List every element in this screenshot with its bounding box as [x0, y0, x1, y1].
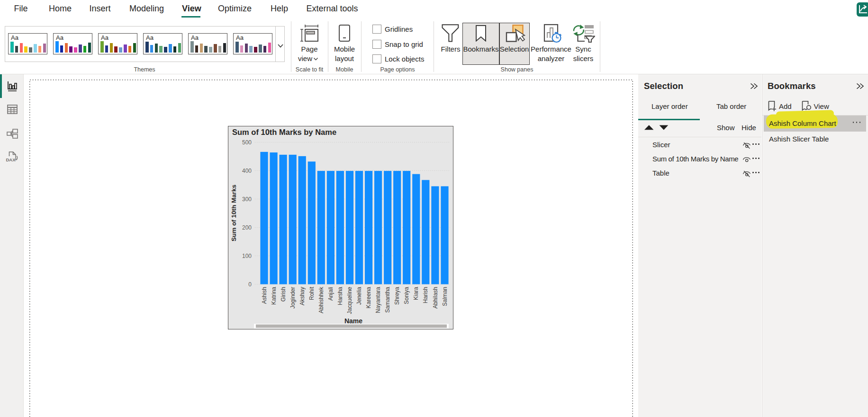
svg-text:Anjali: Anjali [327, 287, 334, 301]
svg-text:Salman: Salman [442, 287, 448, 306]
svg-text:DAX: DAX [6, 157, 16, 162]
svg-text:400: 400 [242, 168, 252, 174]
svg-text:500: 500 [242, 139, 252, 146]
svg-text:Ashish: Ashish [261, 287, 268, 304]
svg-text:Rohit: Rohit [308, 286, 315, 300]
svg-text:Kiara: Kiara [413, 287, 419, 300]
svg-text:300: 300 [242, 196, 252, 203]
svg-text:100: 100 [242, 253, 252, 259]
svg-text:Harish: Harish [422, 287, 429, 303]
svg-text:Harsha: Harsha [337, 287, 344, 305]
svg-text:Abhilash: Abhilash [432, 287, 439, 309]
svg-text:Sum of 10th Marks: Sum of 10th Marks [230, 185, 237, 241]
svg-text:Abhishhek: Abhishhek [318, 286, 325, 313]
svg-text:Kareena: Kareena [365, 287, 372, 309]
svg-text:Katrina: Katrina [271, 287, 277, 305]
svg-text:Nayantara: Nayantara [375, 287, 381, 313]
svg-text:200: 200 [242, 224, 252, 231]
svg-text:Girish: Girish [280, 287, 287, 302]
svg-text:0: 0 [248, 281, 252, 288]
svg-text:Samantha: Samantha [384, 287, 391, 313]
svg-text:Name: Name [344, 317, 362, 325]
svg-text:Jacqueline: Jacqueline [346, 287, 353, 314]
svg-text:Sum of 10th Marks by Name: Sum of 10th Marks by Name [232, 128, 336, 136]
svg-text:Jenelia: Jenelia [356, 287, 362, 305]
svg-text:Shreya: Shreya [394, 287, 400, 305]
svg-text:Soniya: Soniya [403, 287, 410, 304]
svg-text:Joginder: Joginder [289, 287, 296, 309]
svg-text:Akshay: Akshay [299, 287, 306, 305]
